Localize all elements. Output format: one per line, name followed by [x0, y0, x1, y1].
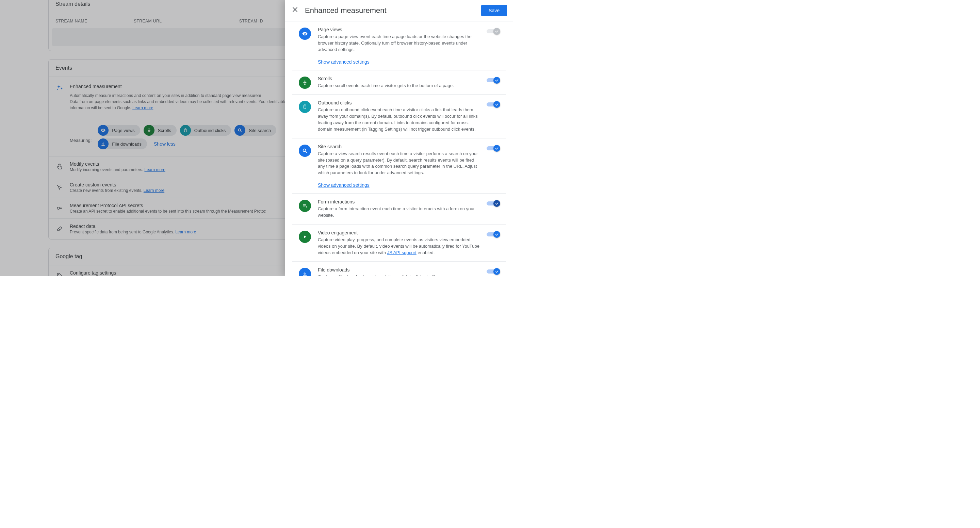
panel-body: Page viewsCapture a page view event each…: [285, 21, 513, 276]
show-advanced-settings-link[interactable]: Show advanced settings: [318, 59, 480, 65]
setting-title: Page views: [318, 27, 480, 32]
setting-body: Page viewsCapture a page view event each…: [318, 27, 480, 65]
setting-toggle: [487, 27, 500, 34]
setting-desc: Capture an outbound click event each tim…: [318, 107, 480, 132]
setting-body: Outbound clicksCapture an outbound click…: [318, 100, 480, 132]
setting-desc-link[interactable]: JS API support: [387, 250, 417, 255]
setting-desc: Capture a file download event each time …: [318, 274, 480, 276]
setting-title: Video engagement: [318, 230, 480, 235]
setting-desc: Capture scroll events each time a visito…: [318, 83, 480, 89]
setting-title: Site search: [318, 144, 480, 149]
enhanced-measurement-panel: Enhanced measurement Save Page viewsCapt…: [285, 0, 513, 276]
setting-form-interactions: Form interactionsCapture a form interact…: [292, 194, 506, 224]
setting-toggle[interactable]: [487, 200, 500, 207]
setting-title: Outbound clicks: [318, 100, 480, 105]
show-advanced-settings-link[interactable]: Show advanced settings: [318, 182, 480, 188]
setting-toggle[interactable]: [487, 145, 500, 151]
setting-scrolls: ScrollsCapture scroll events each time a…: [292, 70, 506, 95]
setting-toggle[interactable]: [487, 268, 500, 275]
setting-site-search: Site searchCapture a view search results…: [292, 138, 506, 194]
setting-desc-post: enabled.: [417, 250, 435, 255]
eye-icon: [299, 27, 311, 40]
play-icon: [299, 231, 311, 243]
setting-outbound-clicks: Outbound clicksCapture an outbound click…: [292, 95, 506, 138]
close-icon[interactable]: [291, 6, 299, 15]
setting-toggle[interactable]: [487, 101, 500, 108]
setting-video-engagement: Video engagementCapture video play, prog…: [292, 224, 506, 262]
setting-title: File downloads: [318, 267, 480, 272]
setting-page-views: Page viewsCapture a page view event each…: [292, 21, 506, 70]
setting-title: Scrolls: [318, 76, 480, 81]
scroll-icon: [299, 76, 311, 89]
setting-body: Video engagementCapture video play, prog…: [318, 230, 480, 256]
svg-point-8: [303, 149, 306, 151]
setting-toggle[interactable]: [487, 76, 500, 83]
setting-desc: Capture a page view event each time a pa…: [318, 34, 480, 53]
setting-toggle[interactable]: [487, 231, 500, 237]
setting-body: Form interactionsCapture a form interact…: [318, 199, 480, 219]
setting-file-downloads: File downloadsCapture a file download ev…: [292, 262, 506, 276]
setting-desc: Capture video play, progress, and comple…: [318, 237, 480, 256]
setting-body: ScrollsCapture scroll events each time a…: [318, 76, 480, 89]
setting-title: Form interactions: [318, 199, 480, 204]
mouse-icon: [299, 101, 311, 113]
download-icon: [299, 268, 311, 276]
form-icon: [299, 200, 311, 212]
setting-body: File downloadsCapture a file download ev…: [318, 267, 480, 276]
save-button[interactable]: Save: [481, 5, 507, 16]
setting-desc: Capture a view search results event each…: [318, 151, 480, 176]
svg-line-9: [305, 151, 307, 153]
setting-body: Site searchCapture a view search results…: [318, 144, 480, 188]
setting-desc: Capture a form interaction event each ti…: [318, 206, 480, 219]
panel-title: Enhanced measurement: [305, 6, 475, 15]
search-icon: [299, 145, 311, 157]
